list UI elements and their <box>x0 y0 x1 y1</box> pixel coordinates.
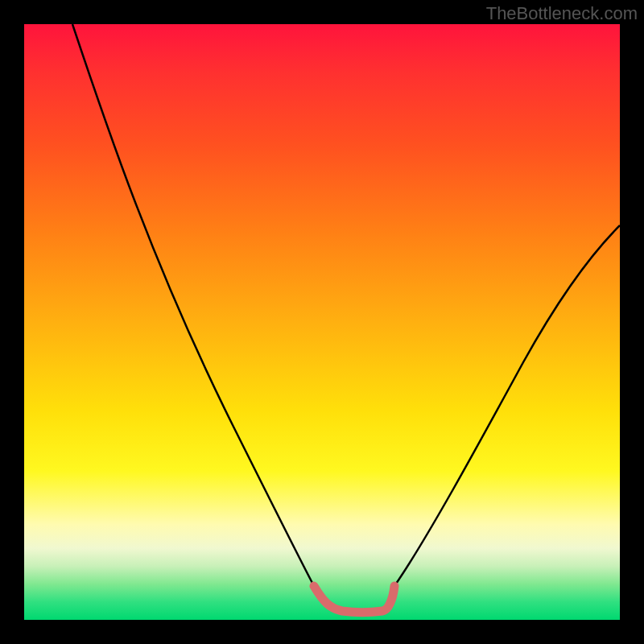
optimal-zone-highlight <box>314 586 394 613</box>
watermark-text: TheBottleneck.com <box>486 3 638 24</box>
curve-svg <box>24 24 620 620</box>
right-curve <box>394 225 620 586</box>
chart-plot-area <box>24 24 620 620</box>
chart-container: TheBottleneck.com <box>0 0 644 644</box>
left-curve <box>72 24 314 586</box>
